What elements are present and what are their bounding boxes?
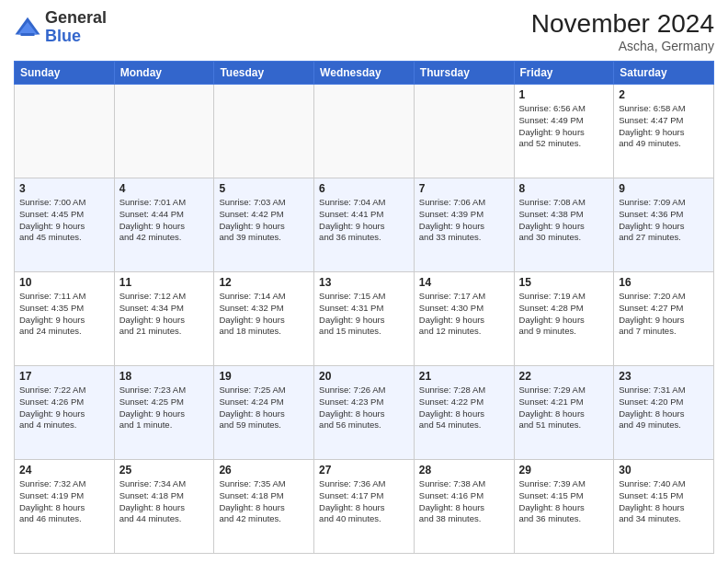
calendar-week-1: 1Sunrise: 6:56 AMSunset: 4:49 PMDaylight… xyxy=(15,85,714,178)
day-info: Sunrise: 7:20 AMSunset: 4:27 PMDaylight:… xyxy=(619,291,709,338)
day-number: 21 xyxy=(419,370,509,383)
calendar-cell xyxy=(414,85,514,178)
calendar-cell: 19Sunrise: 7:25 AMSunset: 4:24 PMDayligh… xyxy=(214,366,314,460)
day-info: Sunrise: 7:32 AMSunset: 4:19 PMDaylight:… xyxy=(19,478,109,525)
day-info: Sunrise: 7:23 AMSunset: 4:25 PMDaylight:… xyxy=(119,385,210,431)
day-number: 18 xyxy=(119,370,210,383)
month-title: November 2024 xyxy=(531,9,714,39)
day-number: 6 xyxy=(319,182,409,195)
calendar-cell: 18Sunrise: 7:23 AMSunset: 4:25 PMDayligh… xyxy=(114,366,214,460)
day-info: Sunrise: 7:31 AMSunset: 4:20 PMDaylight:… xyxy=(619,385,709,431)
calendar-week-3: 10Sunrise: 7:11 AMSunset: 4:35 PMDayligh… xyxy=(15,272,714,366)
calendar-cell: 30Sunrise: 7:40 AMSunset: 4:15 PMDayligh… xyxy=(614,460,714,554)
calendar-cell: 7Sunrise: 7:06 AMSunset: 4:39 PMDaylight… xyxy=(414,178,514,272)
day-number: 20 xyxy=(319,370,409,383)
calendar-cell: 20Sunrise: 7:26 AMSunset: 4:23 PMDayligh… xyxy=(314,366,415,460)
day-info: Sunrise: 7:12 AMSunset: 4:34 PMDaylight:… xyxy=(119,291,210,338)
day-info: Sunrise: 7:36 AMSunset: 4:17 PMDaylight:… xyxy=(319,478,409,525)
calendar-cell: 17Sunrise: 7:22 AMSunset: 4:26 PMDayligh… xyxy=(15,366,115,460)
day-number: 8 xyxy=(519,182,609,195)
logo-general-text: General xyxy=(45,8,107,27)
header-thursday: Thursday xyxy=(414,62,514,85)
day-number: 22 xyxy=(519,370,609,383)
calendar-cell: 21Sunrise: 7:28 AMSunset: 4:22 PMDayligh… xyxy=(414,366,514,460)
day-number: 19 xyxy=(219,370,309,383)
day-number: 4 xyxy=(119,182,210,195)
day-number: 30 xyxy=(619,464,709,477)
day-number: 10 xyxy=(19,276,109,289)
day-info: Sunrise: 7:26 AMSunset: 4:23 PMDaylight:… xyxy=(319,385,409,431)
title-block: November 2024 Ascha, Germany xyxy=(531,9,714,53)
day-number: 16 xyxy=(619,276,709,289)
day-number: 26 xyxy=(219,464,309,477)
day-number: 2 xyxy=(619,88,709,101)
day-number: 28 xyxy=(419,464,509,477)
calendar-cell xyxy=(114,85,214,178)
day-info: Sunrise: 7:35 AMSunset: 4:18 PMDaylight:… xyxy=(219,478,309,525)
calendar-cell: 29Sunrise: 7:39 AMSunset: 4:15 PMDayligh… xyxy=(514,460,614,554)
day-info: Sunrise: 7:34 AMSunset: 4:18 PMDaylight:… xyxy=(119,478,210,525)
logo-icon xyxy=(14,14,41,41)
calendar-cell: 15Sunrise: 7:19 AMSunset: 4:28 PMDayligh… xyxy=(514,272,614,366)
day-number: 12 xyxy=(219,276,309,289)
day-info: Sunrise: 7:11 AMSunset: 4:35 PMDaylight:… xyxy=(19,291,109,338)
day-number: 17 xyxy=(19,370,109,383)
header: General Blue November 2024 Ascha, German… xyxy=(14,9,714,53)
day-number: 24 xyxy=(19,464,109,477)
svg-rect-2 xyxy=(21,33,35,36)
calendar-cell: 26Sunrise: 7:35 AMSunset: 4:18 PMDayligh… xyxy=(214,460,314,554)
day-number: 27 xyxy=(319,464,409,477)
day-info: Sunrise: 7:01 AMSunset: 4:44 PMDaylight:… xyxy=(119,197,210,244)
calendar-cell xyxy=(314,85,415,178)
day-info: Sunrise: 7:25 AMSunset: 4:24 PMDaylight:… xyxy=(219,385,309,431)
calendar-cell: 14Sunrise: 7:17 AMSunset: 4:30 PMDayligh… xyxy=(414,272,514,366)
day-number: 25 xyxy=(119,464,210,477)
calendar-cell: 2Sunrise: 6:58 AMSunset: 4:47 PMDaylight… xyxy=(614,85,714,178)
calendar-cell: 11Sunrise: 7:12 AMSunset: 4:34 PMDayligh… xyxy=(114,272,214,366)
calendar-cell: 4Sunrise: 7:01 AMSunset: 4:44 PMDaylight… xyxy=(114,178,214,272)
calendar-cell: 16Sunrise: 7:20 AMSunset: 4:27 PMDayligh… xyxy=(614,272,714,366)
calendar-cell: 24Sunrise: 7:32 AMSunset: 4:19 PMDayligh… xyxy=(15,460,115,554)
day-info: Sunrise: 7:04 AMSunset: 4:41 PMDaylight:… xyxy=(319,197,409,244)
day-info: Sunrise: 7:00 AMSunset: 4:45 PMDaylight:… xyxy=(19,197,109,244)
location: Ascha, Germany xyxy=(531,39,714,53)
day-number: 11 xyxy=(119,276,210,289)
calendar-week-5: 24Sunrise: 7:32 AMSunset: 4:19 PMDayligh… xyxy=(15,460,714,554)
calendar-cell: 1Sunrise: 6:56 AMSunset: 4:49 PMDaylight… xyxy=(514,85,614,178)
weekday-header-row: Sunday Monday Tuesday Wednesday Thursday… xyxy=(15,62,714,85)
logo: General Blue xyxy=(14,9,107,46)
day-number: 5 xyxy=(219,182,309,195)
day-info: Sunrise: 7:38 AMSunset: 4:16 PMDaylight:… xyxy=(419,478,509,525)
calendar-cell: 10Sunrise: 7:11 AMSunset: 4:35 PMDayligh… xyxy=(15,272,115,366)
calendar-week-4: 17Sunrise: 7:22 AMSunset: 4:26 PMDayligh… xyxy=(15,366,714,460)
header-saturday: Saturday xyxy=(614,62,714,85)
calendar-cell: 22Sunrise: 7:29 AMSunset: 4:21 PMDayligh… xyxy=(514,366,614,460)
day-info: Sunrise: 7:29 AMSunset: 4:21 PMDaylight:… xyxy=(519,385,609,431)
calendar-cell: 27Sunrise: 7:36 AMSunset: 4:17 PMDayligh… xyxy=(314,460,415,554)
calendar-cell: 23Sunrise: 7:31 AMSunset: 4:20 PMDayligh… xyxy=(614,366,714,460)
day-number: 15 xyxy=(519,276,609,289)
calendar-cell: 9Sunrise: 7:09 AMSunset: 4:36 PMDaylight… xyxy=(614,178,714,272)
calendar-cell: 6Sunrise: 7:04 AMSunset: 4:41 PMDaylight… xyxy=(314,178,415,272)
day-number: 7 xyxy=(419,182,509,195)
day-number: 14 xyxy=(419,276,509,289)
header-sunday: Sunday xyxy=(15,62,115,85)
day-info: Sunrise: 7:08 AMSunset: 4:38 PMDaylight:… xyxy=(519,197,609,244)
calendar-cell xyxy=(214,85,314,178)
day-info: Sunrise: 7:40 AMSunset: 4:15 PMDaylight:… xyxy=(619,478,709,525)
day-info: Sunrise: 7:39 AMSunset: 4:15 PMDaylight:… xyxy=(519,478,609,525)
day-info: Sunrise: 7:03 AMSunset: 4:42 PMDaylight:… xyxy=(219,197,309,244)
day-info: Sunrise: 7:28 AMSunset: 4:22 PMDaylight:… xyxy=(419,385,509,431)
day-info: Sunrise: 7:15 AMSunset: 4:31 PMDaylight:… xyxy=(319,291,409,338)
day-info: Sunrise: 6:56 AMSunset: 4:49 PMDaylight:… xyxy=(519,103,609,150)
calendar-cell xyxy=(15,85,115,178)
calendar-cell: 13Sunrise: 7:15 AMSunset: 4:31 PMDayligh… xyxy=(314,272,415,366)
day-info: Sunrise: 7:14 AMSunset: 4:32 PMDaylight:… xyxy=(219,291,309,338)
header-friday: Friday xyxy=(514,62,614,85)
calendar-cell: 12Sunrise: 7:14 AMSunset: 4:32 PMDayligh… xyxy=(214,272,314,366)
day-info: Sunrise: 6:58 AMSunset: 4:47 PMDaylight:… xyxy=(619,103,709,150)
calendar-week-2: 3Sunrise: 7:00 AMSunset: 4:45 PMDaylight… xyxy=(15,178,714,272)
header-monday: Monday xyxy=(114,62,214,85)
header-tuesday: Tuesday xyxy=(214,62,314,85)
day-info: Sunrise: 7:06 AMSunset: 4:39 PMDaylight:… xyxy=(419,197,509,244)
